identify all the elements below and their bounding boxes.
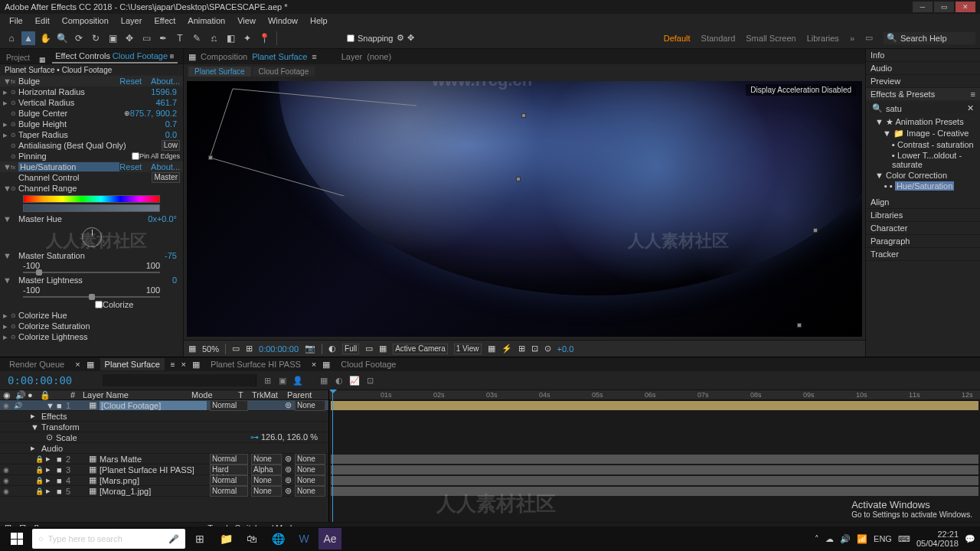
layer-bar-3[interactable] bbox=[331, 465, 978, 474]
layer-row-3[interactable]: ◉🔒 ▸■3 ▦ [Planet Surface HI PASS] Hard L… bbox=[0, 465, 328, 475]
fx-master-lightness[interactable]: ▼Master Lightness0 bbox=[0, 275, 183, 285]
clear-search-icon[interactable]: ✕ bbox=[967, 103, 974, 113]
timeline-tab-hi-pass[interactable]: Planet Surface HI PASS bbox=[206, 358, 305, 370]
pixel-aspect-icon[interactable]: ▦ bbox=[488, 344, 495, 354]
workspace-libraries[interactable]: Libraries bbox=[807, 34, 839, 43]
comp-mini-flowchart-icon[interactable]: ⊞ bbox=[261, 374, 273, 386]
tree-hue-saturation[interactable]: ▪ ▪ Hue/Saturation bbox=[869, 181, 977, 191]
pan-behind-tool-icon[interactable]: ✥ bbox=[122, 31, 136, 45]
snapping-checkbox[interactable] bbox=[347, 34, 354, 42]
orbit-tool-icon[interactable]: ⟳ bbox=[72, 31, 86, 45]
preview-panel-header[interactable]: Preview bbox=[866, 75, 980, 88]
draft-3d-icon[interactable]: ▣ bbox=[276, 374, 289, 386]
workspace-default[interactable]: Default bbox=[664, 34, 691, 43]
eraser-tool-icon[interactable]: ◧ bbox=[224, 31, 237, 45]
flowchart-icon[interactable]: ⊡ bbox=[531, 344, 538, 354]
fx-bulge-header[interactable]: ▼fx Bulge Reset About... bbox=[0, 76, 183, 86]
timeline-tab-cloud-footage[interactable]: Cloud Footage bbox=[336, 358, 400, 370]
workspace-standard[interactable]: Standard bbox=[701, 34, 736, 43]
zoom-tool-icon[interactable]: 🔍 bbox=[55, 31, 69, 45]
menu-effect[interactable]: Effect bbox=[148, 15, 181, 27]
libraries-panel-header[interactable]: Libraries bbox=[866, 209, 980, 222]
fast-preview-icon[interactable]: ⚡ bbox=[501, 344, 512, 354]
anchor-point-icon[interactable] bbox=[516, 177, 521, 181]
taskbar-search-input[interactable]: ○ Type here to search 🎤 bbox=[32, 529, 185, 549]
menu-edit[interactable]: Edit bbox=[29, 15, 56, 27]
chrome-icon[interactable]: 🌐 bbox=[266, 528, 289, 549]
sat-gradient-bar[interactable] bbox=[23, 204, 160, 212]
fx-bulge-antialias[interactable]: ⊙Antialiasing (Best Qual Only)Low bbox=[0, 140, 183, 151]
exposure-value[interactable]: +0.0 bbox=[557, 344, 574, 354]
text-tool-icon[interactable]: T bbox=[173, 31, 187, 45]
camera-dropdown[interactable]: Active Camera bbox=[393, 344, 448, 354]
layer-bar-1[interactable] bbox=[331, 401, 978, 410]
workspace-reset-icon[interactable]: ▭ bbox=[865, 33, 873, 43]
effects-search-input[interactable]: 🔍 satu ✕ bbox=[869, 103, 977, 114]
timeline-icon[interactable]: ⊞ bbox=[518, 344, 525, 354]
mic-icon[interactable]: 🎤 bbox=[168, 534, 179, 544]
panel-menu-icon[interactable]: ≡ bbox=[971, 90, 975, 99]
keyboard-icon[interactable]: ⌨ bbox=[898, 534, 910, 544]
zoom-dropdown[interactable]: 50% bbox=[202, 344, 219, 354]
timecode-display[interactable]: 0:00:00:00 bbox=[259, 344, 299, 354]
volume-icon[interactable]: 🔊 bbox=[840, 534, 851, 544]
timeline-tab-planet-surface[interactable]: Planet Surface bbox=[100, 358, 165, 370]
motion-blur-icon[interactable]: ◐ bbox=[333, 374, 345, 386]
frame-blend-icon[interactable]: ▦ bbox=[318, 374, 330, 386]
menu-composition[interactable]: Composition bbox=[56, 15, 115, 27]
fx-bulge-height[interactable]: ▸⊙Bulge Height0.7 bbox=[0, 119, 183, 129]
menu-help[interactable]: Help bbox=[304, 15, 334, 27]
fx-hue-header[interactable]: ▼fx Hue/Saturation Reset About... bbox=[0, 161, 183, 172]
resolution-icon[interactable]: ▭ bbox=[232, 344, 240, 354]
graph-editor-icon[interactable]: 📈 bbox=[348, 374, 361, 386]
time-ruler[interactable]: 01s 02s 03s 04s 05s 06s 07s 08s 09s 10s … bbox=[329, 390, 980, 400]
timeline-search-input[interactable] bbox=[103, 374, 256, 386]
fx-bulge-taper[interactable]: ▸⊙Taper Radius0.0 bbox=[0, 129, 183, 140]
saturation-slider[interactable] bbox=[23, 272, 160, 273]
notification-icon[interactable]: 💬 bbox=[965, 534, 975, 544]
paragraph-panel-header[interactable]: Paragraph bbox=[866, 235, 980, 248]
grid-icon[interactable]: ⊞ bbox=[246, 344, 253, 354]
layer-scale-property[interactable]: ⊙Scale ⊶ 126.0, 126.0 % bbox=[0, 432, 328, 443]
workspace-small-screen[interactable]: Small Screen bbox=[746, 34, 795, 43]
layer-row-4[interactable]: ◉🔒 ▸■4 ▦ [Mars.png] Normal None ⊚None bbox=[0, 475, 328, 486]
hue-gradient-bar[interactable] bbox=[23, 195, 160, 203]
render-queue-tab[interactable]: Render Queue bbox=[5, 358, 69, 370]
menu-animation[interactable]: Animation bbox=[181, 15, 231, 27]
tray-up-icon[interactable]: ˄ bbox=[815, 534, 819, 544]
effect-controls-tab[interactable]: Effect Controls Cloud Footage ≡ bbox=[52, 50, 178, 64]
transform-handle[interactable] bbox=[813, 228, 818, 233]
fx-master-saturation[interactable]: ▼Master Saturation-75 bbox=[0, 250, 183, 261]
rectangle-tool-icon[interactable]: ▭ bbox=[139, 31, 153, 45]
transform-handle[interactable] bbox=[208, 155, 213, 160]
fx-master-hue[interactable]: ▼Master Hue0x+0.0° bbox=[0, 214, 183, 224]
home-icon[interactable]: ⌂ bbox=[5, 31, 18, 45]
transform-handle[interactable] bbox=[797, 323, 802, 328]
workspace-overflow-icon[interactable]: » bbox=[850, 34, 854, 43]
menu-window[interactable]: Window bbox=[262, 15, 304, 27]
brush-tool-icon[interactable]: ✎ bbox=[190, 31, 204, 45]
magnification-icon[interactable]: ▦ bbox=[188, 344, 196, 354]
fx-colorize-checkbox[interactable]: Colorize bbox=[0, 299, 183, 310]
layer-bar-4[interactable] bbox=[331, 476, 978, 485]
view-layout-dropdown[interactable]: 1 View bbox=[454, 344, 482, 354]
tree-animation-presets[interactable]: ▼ ★ Animation Presets bbox=[869, 116, 977, 128]
layer-effects-group[interactable]: ▸Effects bbox=[0, 411, 328, 422]
fx-bulge-vert-radius[interactable]: ▸⊙Vertical Radius461.7 bbox=[0, 97, 183, 108]
snapping-expand-icon[interactable]: ✥ bbox=[407, 33, 414, 43]
tree-image-creative[interactable]: ▼ 📁 Image - Creative bbox=[869, 128, 977, 139]
maximize-button[interactable]: ▭ bbox=[934, 2, 954, 12]
align-panel-header[interactable]: Align bbox=[866, 196, 980, 209]
clone-tool-icon[interactable]: ⎌ bbox=[207, 31, 220, 45]
character-panel-header[interactable]: Character bbox=[866, 222, 980, 235]
after-effects-icon[interactable]: Ae bbox=[318, 528, 341, 549]
viewer-lock-icon[interactable]: ▦ bbox=[188, 52, 196, 62]
language-indicator[interactable]: ENG bbox=[874, 534, 892, 543]
transform-handle[interactable] bbox=[521, 113, 526, 118]
tree-contrast-saturation[interactable]: ▪ Contrast - saturation bbox=[869, 139, 977, 150]
snapshot-icon[interactable]: 📷 bbox=[305, 344, 315, 354]
menu-file[interactable]: File bbox=[3, 15, 29, 27]
roi-icon[interactable]: ▭ bbox=[365, 344, 373, 354]
timeline-tracks[interactable]: 01s 02s 03s 04s 05s 06s 07s 08s 09s 10s … bbox=[329, 390, 980, 522]
subtab-planet-surface[interactable]: Planet Surface bbox=[188, 67, 251, 77]
